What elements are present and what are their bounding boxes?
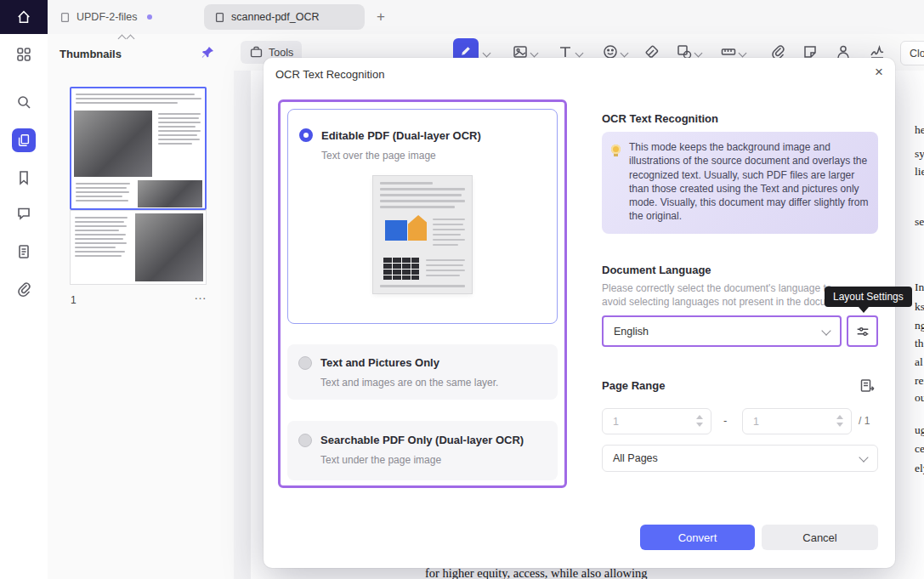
stepper-icons[interactable] [836, 415, 843, 427]
cancel-button[interactable]: Cancel [762, 525, 878, 550]
option-text-and-pictures[interactable]: Text and Pictures Only Text and images a… [287, 344, 558, 400]
document-tab-icon [214, 12, 225, 23]
comment-bubble-icon [15, 205, 32, 222]
page-number-label: 1 [71, 294, 77, 306]
option-editable-pdf[interactable]: Editable PDF (Dual-layer OCR) Text over … [287, 109, 558, 324]
page-range-settings-icon[interactable] [859, 377, 876, 395]
option-description: Text over the page image [321, 150, 436, 162]
sliders-icon [855, 324, 870, 339]
dialog-title: OCR Text Recognition [275, 68, 384, 81]
new-tab-button[interactable]: + [371, 7, 391, 27]
tab-scanned-pdf-ocr[interactable]: scanned-pdf_OCR [204, 4, 365, 30]
doc-text-fragment: ng [915, 319, 924, 332]
doc-text-fragment: renti [915, 374, 924, 388]
pages-icon [16, 133, 31, 148]
mode-info-box: This mode keeps the background image and… [602, 132, 878, 234]
close-icon[interactable]: × [875, 65, 883, 79]
ocr-mode-options-highlight: Editable PDF (Dual-layer OCR) Text over … [278, 99, 567, 488]
doc-text-fragment: al [915, 355, 923, 369]
doc-bottom-text-fragment: for higher equity, access, while also al… [425, 566, 648, 579]
close-document-button[interactable]: Clos [900, 41, 924, 65]
option-description: Text under the page image [320, 454, 441, 466]
close-document-label: Clos [910, 48, 924, 60]
range-separator: - [723, 414, 727, 427]
option-searchable-pdf[interactable]: Searchable PDF Only (Dual-layer OCR) Tex… [287, 421, 558, 480]
doc-text-fragment: lies. T [915, 165, 924, 179]
doc-text-fragment: he as [915, 123, 924, 137]
page-scope-value: All Pages [613, 452, 658, 464]
document-language-label: Document Language [602, 264, 711, 276]
language-select-value: English [614, 326, 649, 338]
panel-collapse-handle[interactable] [119, 36, 133, 42]
doc-text-fragment: th [915, 337, 924, 350]
tooltip-arrow [859, 307, 869, 313]
document-tab-icon [60, 12, 71, 23]
edit-pen-icon [459, 44, 473, 58]
left-icon-rail [0, 34, 48, 579]
mode-info-text: This mode keeps the background image and… [629, 140, 870, 224]
page-scope-select[interactable]: All Pages [602, 445, 878, 472]
tab-label: UPDF-2-files [77, 11, 138, 23]
chevron-down-icon [821, 326, 830, 335]
layout-settings-button[interactable] [847, 315, 878, 347]
page-range-from-field[interactable] [602, 408, 711, 434]
thumbnails-panel-button[interactable] [12, 128, 36, 152]
tab-updf-2-files[interactable]: UPDF-2-files [49, 0, 206, 34]
ocr-dialog: OCR Text Recognition × Editable PDF (Dua… [264, 58, 895, 568]
doc-text-fragment: In A [915, 281, 924, 294]
search-button[interactable] [15, 94, 32, 111]
radio-unselected[interactable] [298, 356, 312, 370]
page-thumbnail-2[interactable] [70, 210, 207, 285]
doc-text-fragment: ks a [915, 300, 924, 314]
apps-grid-icon [15, 46, 32, 63]
apps-button[interactable] [15, 46, 32, 63]
option-label: Editable PDF (Dual-layer OCR) [321, 129, 481, 142]
mode-heading: OCR Text Recognition [602, 112, 718, 125]
edit-tool-chevron-icon[interactable] [483, 49, 491, 58]
page-tools-button[interactable] [15, 243, 32, 260]
ocr-illustration [373, 176, 472, 293]
home-icon [16, 9, 31, 25]
pin-icon[interactable] [200, 45, 215, 60]
lightbulb-icon [611, 145, 621, 154]
tools-label: Tools [269, 47, 293, 59]
thumbnails-panel-title: Thumbnails [60, 48, 122, 60]
layout-settings-tooltip: Layout Settings [825, 287, 912, 307]
doc-text-fragment: ou [915, 391, 924, 405]
stepper-icons[interactable] [696, 415, 703, 427]
shape-tool-chevron-icon[interactable] [694, 49, 703, 58]
doc-text-fragment: ce [915, 442, 924, 456]
language-select[interactable]: English [602, 315, 842, 347]
option-label: Searchable PDF Only (Dual-layer OCR) [320, 434, 524, 446]
thumbnails-panel: Thumbnails [48, 34, 235, 579]
page-thumbnail-1[interactable] [70, 87, 207, 210]
text-tool-chevron-icon[interactable] [575, 49, 584, 58]
thumbnail-more-button[interactable]: … [194, 287, 207, 302]
tab-label: scanned-pdf_OCR [231, 11, 320, 23]
page-range-to-field[interactable] [742, 408, 852, 434]
doc-text-fragment: sy us [915, 147, 924, 161]
measure-tool-chevron-icon[interactable] [739, 49, 747, 58]
radio-selected[interactable] [299, 128, 313, 142]
doc-text-fragment: ugges [915, 423, 924, 437]
convert-button[interactable]: Convert [640, 525, 755, 550]
bookmark-icon [15, 169, 32, 186]
image-tool-chevron-icon[interactable] [530, 49, 539, 58]
bookmarks-button[interactable] [15, 169, 32, 186]
doc-text-fragment: sed [915, 215, 924, 229]
attachments-button[interactable] [15, 281, 32, 298]
titlebar: UPDF-2-files scanned-pdf_OCR + [0, 0, 924, 35]
option-label: Text and Pictures Only [320, 356, 439, 369]
doc-text-fragment: ely u [915, 462, 924, 475]
paperclip-icon [15, 281, 32, 298]
option-description: Text and images are on the same layer. [320, 377, 498, 389]
language-hint-line2: avoid selecting languages not present in… [602, 296, 852, 308]
search-icon [15, 94, 32, 111]
comment-tool-chevron-icon[interactable] [621, 49, 629, 58]
tools-icon [249, 45, 264, 60]
radio-unselected[interactable] [298, 434, 312, 447]
page-range-from-input[interactable] [603, 409, 689, 434]
comments-button[interactable] [15, 205, 32, 222]
home-button[interactable] [0, 0, 48, 34]
page-range-to-input[interactable] [743, 409, 830, 434]
